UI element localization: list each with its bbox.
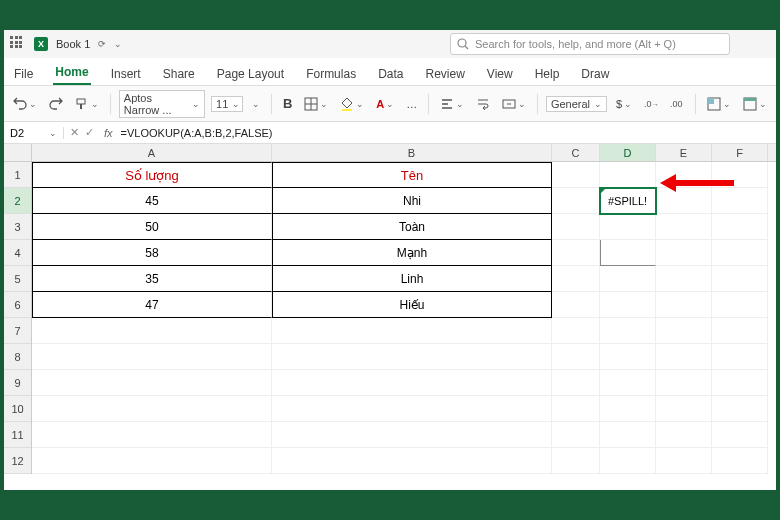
formula-input[interactable]: =VLOOKUP(A:A,B:B,2,FALSE) [117,127,277,139]
cell-c12[interactable] [552,448,600,474]
fx-icon[interactable]: fx [100,127,117,139]
cell-c1[interactable] [552,162,600,188]
cell-a5[interactable]: 35 [32,266,272,292]
row-header-1[interactable]: 1 [4,162,31,188]
cell-f5[interactable] [712,266,768,292]
cell-d1[interactable] [600,162,656,188]
cell-e7[interactable] [656,318,712,344]
row-header-11[interactable]: 11 [4,422,31,448]
more-font-button[interactable]: … [403,96,420,112]
cell-f12[interactable] [712,448,768,474]
wrap-text-button[interactable] [473,95,493,113]
row-header-2[interactable]: 2 [4,188,31,214]
cell-c9[interactable] [552,370,600,396]
title-dropdown-icon[interactable]: ⌄ [114,39,122,49]
cell-d10[interactable] [600,396,656,422]
cell-e5[interactable] [656,266,712,292]
cell-b2[interactable]: Nhi [272,188,552,214]
cell-b3[interactable]: Toàn [272,214,552,240]
cell-b12[interactable] [272,448,552,474]
row-header-6[interactable]: 6 [4,292,31,318]
decimal-increase-button[interactable]: .00 [667,97,687,111]
spreadsheet-grid[interactable]: A B C D E F 1 2 3 4 5 6 7 8 9 10 11 12 S… [4,144,776,490]
cell-d8[interactable] [600,344,656,370]
tab-view[interactable]: View [485,63,515,85]
border-button[interactable]: ⌄ [301,95,331,113]
cell-f10[interactable] [712,396,768,422]
cell-f3[interactable] [712,214,768,240]
cell-a6[interactable]: 47 [32,292,272,318]
cell-a2[interactable]: 45 [32,188,272,214]
tab-data[interactable]: Data [376,63,405,85]
cell-e12[interactable] [656,448,712,474]
cell-e6[interactable] [656,292,712,318]
redo-button[interactable] [46,95,66,113]
format-table-button[interactable]: ⌄ [740,95,770,113]
cell-d2[interactable]: #SPILL! [600,188,656,214]
row-header-8[interactable]: 8 [4,344,31,370]
cell-e11[interactable] [656,422,712,448]
row-header-7[interactable]: 7 [4,318,31,344]
col-header-a[interactable]: A [32,144,272,161]
row-header-4[interactable]: 4 [4,240,31,266]
currency-button[interactable]: $⌄ [613,96,635,112]
tab-file[interactable]: File [12,63,35,85]
cell-d3[interactable] [600,214,656,240]
tab-help[interactable]: Help [533,63,562,85]
cell-c11[interactable] [552,422,600,448]
cell-c7[interactable] [552,318,600,344]
conditional-format-button[interactable]: ⌄ [704,95,734,113]
cell-d4[interactable] [600,240,656,266]
cell-f11[interactable] [712,422,768,448]
cell-b5[interactable]: Linh [272,266,552,292]
cell-f7[interactable] [712,318,768,344]
bold-button[interactable]: B [280,94,295,113]
cell-b11[interactable] [272,422,552,448]
font-size-select[interactable]: 11⌄ [211,96,243,112]
tab-draw[interactable]: Draw [579,63,611,85]
search-input[interactable]: Search for tools, help, and more (Alt + … [450,33,730,55]
col-header-c[interactable]: C [552,144,600,161]
tab-share[interactable]: Share [161,63,197,85]
cell-a11[interactable] [32,422,272,448]
cell-b6[interactable]: Hiếu [272,292,552,318]
tab-home[interactable]: Home [53,61,90,85]
align-button[interactable]: ⌄ [437,95,467,113]
cell-c3[interactable] [552,214,600,240]
cell-a12[interactable] [32,448,272,474]
cell-d12[interactable] [600,448,656,474]
cell-e8[interactable] [656,344,712,370]
cell-b1[interactable]: Tên [272,162,552,188]
app-launcher-icon[interactable] [10,36,26,52]
undo-button[interactable]: ⌄ [10,95,40,113]
tab-page-layout[interactable]: Page Layout [215,63,286,85]
cell-f9[interactable] [712,370,768,396]
row-header-9[interactable]: 9 [4,370,31,396]
cell-c6[interactable] [552,292,600,318]
select-all-corner[interactable] [4,144,32,162]
cell-d6[interactable] [600,292,656,318]
cell-b7[interactable] [272,318,552,344]
cell-a9[interactable] [32,370,272,396]
cell-e3[interactable] [656,214,712,240]
col-header-e[interactable]: E [656,144,712,161]
col-header-d[interactable]: D [600,144,656,161]
row-header-5[interactable]: 5 [4,266,31,292]
tab-insert[interactable]: Insert [109,63,143,85]
cell-d9[interactable] [600,370,656,396]
cell-b10[interactable] [272,396,552,422]
font-size-more-button[interactable]: ⌄ [249,97,263,111]
cell-d11[interactable] [600,422,656,448]
cell-c4[interactable] [552,240,600,266]
tab-formulas[interactable]: Formulas [304,63,358,85]
cell-f2[interactable] [712,188,768,214]
cell-e10[interactable] [656,396,712,422]
cell-f6[interactable] [712,292,768,318]
cell-e9[interactable] [656,370,712,396]
cell-c10[interactable] [552,396,600,422]
format-painter-button[interactable]: ⌄ [72,95,102,113]
fill-color-button[interactable]: ⌄ [337,95,367,113]
confirm-formula-icon[interactable]: ✓ [85,126,94,139]
row-header-10[interactable]: 10 [4,396,31,422]
cell-a7[interactable] [32,318,272,344]
